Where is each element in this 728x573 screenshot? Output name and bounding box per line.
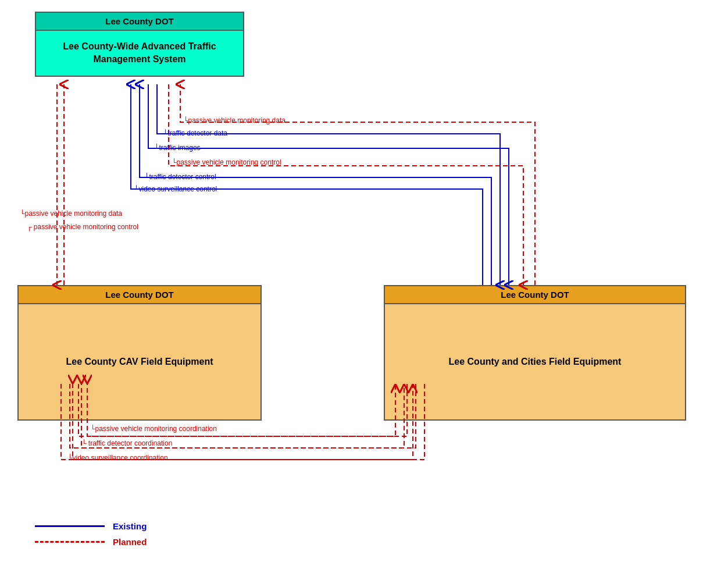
legend-planned: Planned (35, 537, 147, 547)
node-top-body: Lee County-Wide Advanced TrafficManageme… (36, 31, 243, 76)
node-bottom-right-body: Lee County and Cities Field Equipment (385, 304, 685, 419)
label-traffic-images: └traffic images (154, 144, 201, 152)
legend-existing-line (35, 525, 105, 527)
node-bottom-left-header: Lee County DOT (19, 286, 260, 304)
legend-planned-line (35, 541, 105, 543)
label-passive-monitoring-control-top: └passive vehicle monitoring control (172, 158, 281, 166)
label-video-surveillance-control: └video surveillance control (134, 185, 217, 193)
label-passive-monitoring-data-left: └passive vehicle monitoring data (20, 209, 122, 218)
legend-existing: Existing (35, 521, 147, 531)
label-passive-monitoring-data-top: └passive vehicle monitoring data (183, 116, 286, 124)
node-bottom-right-header: Lee County DOT (385, 286, 685, 304)
label-passive-monitoring-coord: └passive vehicle monitoring coordination (90, 425, 217, 433)
diagram-container: Lee County DOT Lee County-Wide Advanced … (0, 0, 728, 573)
legend-planned-label: Planned (113, 537, 147, 547)
node-bottom-left-body: Lee County CAV Field Equipment (19, 304, 260, 419)
label-passive-monitoring-control-left: ┌ passive vehicle monitoring control (27, 223, 138, 231)
label-video-surveillance-coord: └video surveillance coordination (67, 454, 168, 462)
legend-existing-label: Existing (113, 521, 147, 531)
label-traffic-detector-coord: └ traffic detector coordination (81, 439, 172, 447)
label-traffic-detector-data: └traffic detector data (163, 129, 227, 137)
label-traffic-detector-control: └traffic detector control (144, 173, 216, 181)
node-top: Lee County DOT Lee County-Wide Advanced … (35, 12, 244, 77)
legend: Existing Planned (35, 521, 147, 547)
node-bottom-right: Lee County DOT Lee County and Cities Fie… (384, 285, 686, 421)
node-top-header: Lee County DOT (36, 13, 243, 31)
node-bottom-left: Lee County DOT Lee County CAV Field Equi… (17, 285, 262, 421)
